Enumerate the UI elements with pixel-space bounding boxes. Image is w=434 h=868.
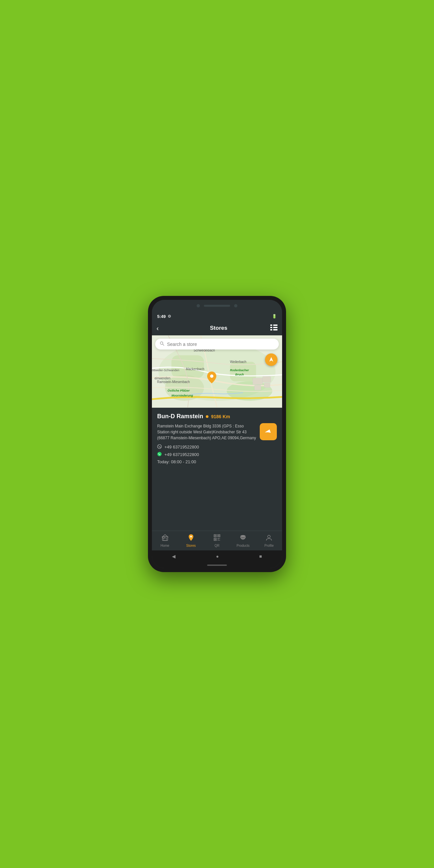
map-label-bruch: Bruch bbox=[235, 373, 244, 376]
map-label-moorniederung: Moorniederung bbox=[171, 394, 193, 397]
status-left: 5:49 ⚙ bbox=[157, 314, 171, 319]
profile-icon bbox=[265, 534, 273, 543]
phone-row: +49 63719522800 bbox=[157, 444, 277, 450]
nav-stores[interactable]: Stores bbox=[178, 534, 204, 548]
qr-label: QR bbox=[215, 544, 220, 548]
svg-point-16 bbox=[160, 342, 163, 345]
distance-dot bbox=[206, 415, 209, 418]
android-recent-button[interactable]: ■ bbox=[259, 554, 262, 559]
android-back-button[interactable]: ◀ bbox=[172, 554, 176, 559]
page-title: Stores bbox=[210, 325, 227, 332]
camera-bar bbox=[152, 300, 282, 312]
svg-rect-5 bbox=[273, 329, 278, 331]
search-bar[interactable] bbox=[155, 339, 279, 349]
svg-rect-1 bbox=[270, 327, 272, 328]
android-nav: ◀ ● ■ bbox=[152, 550, 282, 562]
phone-number[interactable]: +49 63719522800 bbox=[164, 444, 199, 450]
svg-rect-27 bbox=[215, 535, 216, 536]
products-icon bbox=[239, 534, 247, 543]
home-bar bbox=[207, 564, 227, 566]
svg-rect-14 bbox=[263, 376, 271, 382]
camera-dot-left bbox=[197, 304, 200, 307]
svg-point-20 bbox=[157, 444, 161, 448]
svg-point-21 bbox=[157, 452, 162, 456]
nav-products[interactable]: Products bbox=[230, 534, 256, 548]
map-label-ramstein: Ramstein-Miesenbach bbox=[157, 380, 190, 384]
svg-rect-13 bbox=[254, 385, 261, 390]
status-time: 5:49 bbox=[157, 314, 166, 319]
svg-rect-3 bbox=[273, 324, 278, 326]
svg-rect-15 bbox=[265, 383, 270, 388]
search-icon bbox=[160, 341, 164, 347]
qr-icon bbox=[213, 534, 221, 543]
svg-rect-0 bbox=[270, 324, 272, 326]
status-bar: 5:49 ⚙ 🔋 bbox=[152, 312, 282, 321]
profile-label: Profile bbox=[265, 544, 274, 548]
nav-home[interactable]: Home bbox=[152, 534, 178, 548]
map-label-ostliche: Östliche Pfälzer bbox=[168, 389, 190, 392]
svg-point-39 bbox=[268, 535, 270, 538]
svg-rect-37 bbox=[241, 536, 242, 536]
phone-screen: 5:49 ⚙ 🔋 ‹ Stores bbox=[152, 300, 282, 568]
svg-rect-31 bbox=[215, 539, 216, 540]
settings-icon: ⚙ bbox=[168, 314, 171, 319]
camera-dot-right bbox=[234, 304, 237, 307]
phone-icon bbox=[157, 444, 162, 450]
svg-rect-35 bbox=[219, 540, 220, 540]
store-panel: Bun-D Ramstein 9186 Km Ramstein Main Exc… bbox=[152, 408, 282, 531]
products-label: Products bbox=[237, 544, 249, 548]
svg-rect-12 bbox=[253, 378, 263, 385]
map-label-rodenbacher: Rodenbacher bbox=[230, 369, 249, 372]
battery-icon: 🔋 bbox=[272, 314, 277, 319]
map-label-weilerbach: Weilerbach bbox=[230, 360, 247, 364]
svg-rect-38 bbox=[244, 536, 245, 536]
stores-label: Stores bbox=[186, 544, 196, 548]
home-icon bbox=[161, 534, 169, 543]
whatsapp-number[interactable]: +49 63719522800 bbox=[164, 452, 199, 457]
map-label-mackenbach: Mackenbach bbox=[186, 367, 205, 371]
whatsapp-icon bbox=[157, 452, 162, 457]
back-button[interactable]: ‹ bbox=[156, 324, 167, 332]
svg-rect-33 bbox=[219, 538, 220, 539]
location-button[interactable] bbox=[265, 353, 278, 366]
map-label-einwenden: einwenden bbox=[155, 376, 170, 380]
store-distance: 9186 Km bbox=[211, 414, 230, 419]
svg-line-17 bbox=[163, 344, 164, 346]
store-address: Ramstein Main Exchange Bldg 3336 (GPS : … bbox=[157, 423, 256, 441]
menu-button[interactable] bbox=[270, 324, 278, 332]
map-container[interactable]: Schwedelbach Weilerbach Mackenbach Ramst… bbox=[152, 335, 282, 408]
store-hours: Today: 08:00 - 21:00 bbox=[157, 459, 277, 464]
svg-rect-2 bbox=[270, 329, 272, 331]
search-input[interactable] bbox=[167, 342, 274, 347]
svg-rect-29 bbox=[218, 535, 219, 536]
home-indicator bbox=[152, 562, 282, 568]
store-pin[interactable] bbox=[207, 372, 216, 385]
store-address-row: Ramstein Main Exchange Bldg 3336 (GPS : … bbox=[157, 423, 277, 441]
svg-rect-32 bbox=[218, 538, 219, 539]
svg-rect-22 bbox=[162, 536, 168, 540]
svg-rect-4 bbox=[273, 327, 278, 328]
stores-icon bbox=[187, 534, 195, 543]
svg-rect-8 bbox=[171, 355, 204, 378]
top-nav: ‹ Stores bbox=[152, 321, 282, 335]
svg-rect-34 bbox=[218, 540, 219, 540]
speaker-bar bbox=[204, 305, 230, 307]
svg-point-19 bbox=[210, 374, 213, 378]
whatsapp-row: +49 63719522800 bbox=[157, 452, 277, 457]
home-label: Home bbox=[160, 544, 169, 548]
phone-device: 5:49 ⚙ 🔋 ‹ Stores bbox=[148, 296, 286, 572]
store-name: Bun-D Ramstein bbox=[157, 413, 203, 420]
map-label-ottweiler: öttweiler-Schwanden bbox=[152, 369, 180, 372]
android-home-button[interactable]: ● bbox=[216, 554, 219, 559]
bottom-nav: Home Stores bbox=[152, 531, 282, 550]
nav-profile[interactable]: Profile bbox=[256, 534, 282, 548]
svg-marker-18 bbox=[269, 357, 273, 362]
store-name-row: Bun-D Ramstein 9186 Km bbox=[157, 413, 277, 420]
svg-point-25 bbox=[190, 536, 192, 537]
nav-qr[interactable]: QR bbox=[204, 534, 230, 548]
directions-button[interactable] bbox=[260, 423, 277, 440]
